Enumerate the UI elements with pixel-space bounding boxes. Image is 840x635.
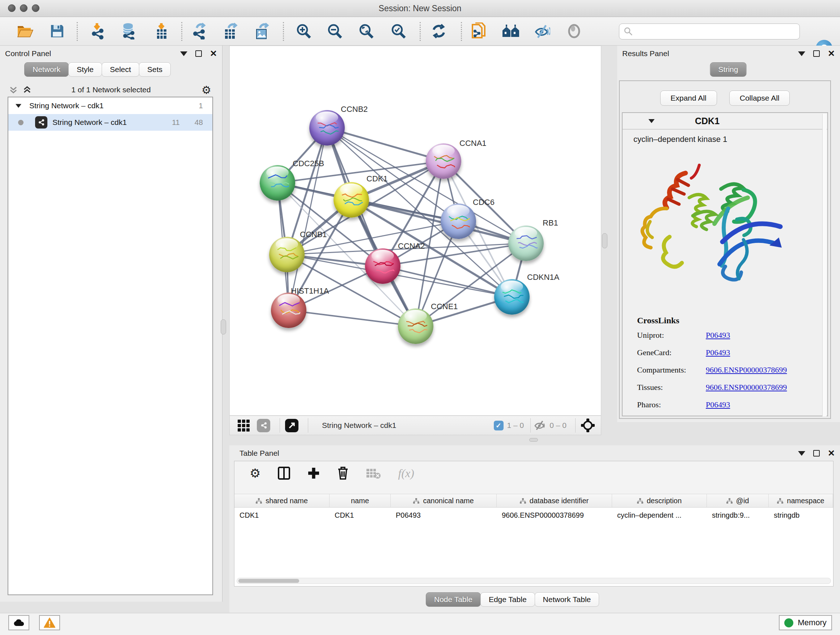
warning-status-button[interactable] — [39, 615, 60, 630]
network-collection-row[interactable]: String Network – cdk1 1 — [8, 97, 212, 114]
show-all-icon[interactable] — [564, 21, 584, 41]
left-splitter-handle[interactable] — [221, 319, 226, 334]
node-CCNB1[interactable] — [269, 237, 305, 272]
refresh-layout-icon[interactable] — [429, 21, 449, 41]
tab-style[interactable]: Style — [68, 62, 102, 77]
collection-collapse-icon[interactable] — [16, 104, 21, 108]
network-overview-icon[interactable] — [501, 21, 521, 41]
show-columns-icon[interactable] — [278, 467, 290, 480]
close-panel-icon[interactable]: ✕ — [828, 449, 835, 458]
delete-table-icon[interactable] — [366, 468, 381, 478]
zoom-selected-icon[interactable] — [388, 21, 409, 41]
crosslink-link[interactable]: P06493 — [706, 400, 730, 409]
maximize-panel-icon[interactable] — [195, 50, 202, 57]
zoom-in-icon[interactable] — [294, 21, 314, 41]
gene-collapse-icon[interactable] — [649, 119, 655, 123]
node-HIST1H1A[interactable] — [271, 293, 306, 328]
node-CCNA2[interactable] — [365, 249, 401, 284]
open-session-icon[interactable] — [15, 21, 35, 41]
node-CCNE1[interactable] — [398, 309, 433, 344]
import-network-database-icon[interactable] — [118, 21, 139, 41]
float-panel-icon[interactable] — [798, 51, 805, 56]
tab-node-table[interactable]: Node Table — [426, 592, 481, 607]
column-header-shared-name[interactable]: shared name — [234, 494, 330, 507]
add-column-icon[interactable] — [308, 467, 320, 479]
table-options-icon[interactable]: ⚙ — [249, 466, 261, 480]
export-network-icon[interactable] — [189, 21, 210, 41]
node-RB1[interactable] — [508, 226, 544, 261]
delete-column-icon[interactable] — [337, 466, 349, 480]
table-hscrollbar[interactable] — [237, 578, 831, 584]
node-CDC25B[interactable] — [260, 165, 295, 201]
table-cell[interactable]: CDK1 — [234, 508, 330, 523]
table-cell[interactable]: 9606.ENSP00000378699 — [497, 508, 612, 523]
birds-eye-view-icon[interactable] — [238, 420, 249, 432]
node-CDC6[interactable] — [441, 203, 476, 239]
tab-sets[interactable]: Sets — [139, 62, 171, 77]
minimize-window-button[interactable] — [20, 4, 27, 12]
bottom-splitter-handle[interactable] — [529, 438, 538, 442]
gene-header-row[interactable]: CDK1 — [622, 113, 827, 130]
close-window-button[interactable] — [8, 4, 16, 12]
table-row[interactable]: CDK1CDK1P064939606.ENSP00000378699cyclin… — [234, 508, 833, 523]
right-splitter-handle[interactable] — [602, 233, 607, 249]
function-builder-icon[interactable]: f(x) — [398, 467, 414, 480]
close-panel-icon[interactable]: ✕ — [210, 49, 217, 58]
save-session-icon[interactable] — [47, 21, 67, 41]
detach-view-icon[interactable] — [285, 419, 298, 432]
column-header-canonical-name[interactable]: canonical name — [391, 494, 497, 507]
crosslink-link[interactable]: P06493 — [706, 331, 730, 340]
memory-button[interactable]: Memory — [779, 615, 832, 630]
node-CDK1[interactable] — [333, 182, 369, 218]
import-table-icon[interactable] — [151, 21, 172, 41]
network-badge-icon[interactable] — [257, 419, 270, 432]
table-cell[interactable]: P06493 — [391, 508, 497, 523]
tab-string[interactable]: String — [710, 62, 747, 77]
import-network-file-icon[interactable] — [88, 21, 108, 41]
crosslink-link[interactable]: P06493 — [706, 348, 730, 357]
export-image-icon[interactable] — [252, 21, 272, 41]
column-header-name[interactable]: name — [330, 494, 391, 507]
maximize-panel-icon[interactable] — [813, 450, 820, 456]
table-cell[interactable]: CDK1 — [330, 508, 391, 523]
selected-nodes-checkbox[interactable]: ✓ — [494, 421, 504, 431]
close-panel-icon[interactable]: ✕ — [828, 49, 835, 58]
network-canvas[interactable]: CCNB2CCNA1CDC25BCDK1CDC6RB1CCNB1CCNA2CDK… — [229, 46, 601, 416]
table-hscrollbar-thumb[interactable] — [238, 579, 299, 583]
column-header-database-identifier[interactable]: database identifier — [497, 494, 612, 507]
column-header-@id[interactable]: @id — [707, 494, 769, 507]
cloud-status-button[interactable] — [8, 615, 29, 630]
float-panel-icon[interactable] — [798, 451, 805, 456]
expand-all-button[interactable]: Expand All — [660, 90, 717, 106]
zoom-fit-icon[interactable] — [356, 21, 377, 41]
crosslink-link[interactable]: 9606.ENSP00000378699 — [706, 383, 787, 392]
table-cell[interactable]: stringdb:9... — [707, 508, 769, 523]
tab-network[interactable]: Network — [24, 62, 69, 77]
table-cell[interactable]: cyclin–dependent ... — [612, 508, 707, 523]
crosslink-link[interactable]: 9606.ENSP00000378699 — [706, 365, 787, 375]
hide-selected-icon[interactable] — [532, 21, 552, 41]
maximize-panel-icon[interactable] — [813, 50, 820, 57]
node-CCNB2[interactable] — [309, 110, 345, 146]
node-CCNA1[interactable] — [426, 143, 461, 179]
results-scrollbar[interactable] — [822, 114, 827, 416]
column-header-description[interactable]: description — [612, 494, 707, 507]
share-document-icon[interactable] — [469, 21, 489, 41]
column-header-namespace[interactable]: namespace — [769, 494, 833, 507]
node-CDKN1A[interactable] — [494, 279, 530, 315]
zoom-window-button[interactable] — [32, 4, 39, 12]
search-input[interactable] — [619, 24, 800, 40]
traffic-lights[interactable] — [8, 4, 39, 12]
zoom-out-icon[interactable] — [325, 21, 345, 41]
tab-edge-table[interactable]: Edge Table — [480, 592, 535, 607]
table-cell[interactable]: stringdb — [769, 508, 833, 523]
collapse-all-button[interactable]: Collapse All — [729, 90, 790, 106]
center-view-icon[interactable] — [581, 418, 595, 432]
edge-HIST1H1A-CCNE1[interactable] — [289, 310, 416, 326]
tab-network-table[interactable]: Network Table — [535, 592, 600, 607]
network-row[interactable]: String Network – cdk1 11 48 — [8, 114, 212, 131]
gear-icon[interactable]: ⚙ — [202, 84, 211, 96]
edge-CCNB2-HIST1H1A[interactable] — [289, 128, 327, 310]
export-table-icon[interactable] — [220, 21, 240, 41]
hidden-eye-icon[interactable] — [534, 420, 546, 431]
